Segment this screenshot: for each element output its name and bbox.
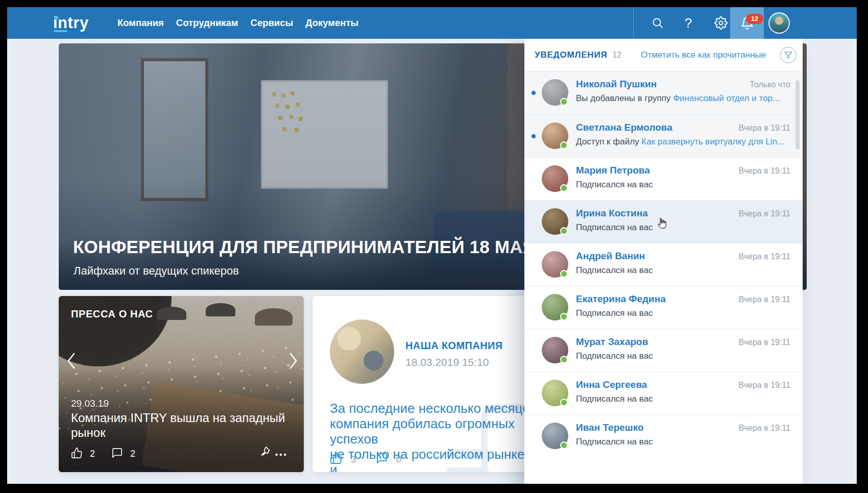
comment-count: 0 xyxy=(396,454,402,465)
notification-user-name[interactable]: Ирина Костина xyxy=(576,208,648,219)
notification-timestamp: Вчера в 19:11 xyxy=(739,166,790,176)
post-datetime: 18.03.2019 15:10 xyxy=(405,356,489,368)
unread-dot xyxy=(532,134,536,138)
comment-count: 2 xyxy=(130,449,135,459)
chevron-left-icon xyxy=(65,351,78,371)
brand-logo[interactable]: intry xyxy=(53,7,89,39)
online-status-dot xyxy=(560,270,568,278)
online-status-dot xyxy=(560,399,568,406)
carousel-next-button[interactable] xyxy=(286,351,300,371)
online-status-dot xyxy=(560,441,568,449)
notification-user-name[interactable]: Николай Пушкин xyxy=(576,79,657,90)
notification-text: Подписался на вас xyxy=(576,308,653,318)
notification-row[interactable]: Иван Терешко Подписался на вас Вчера в 1… xyxy=(524,414,803,457)
nav-item-employees[interactable]: Сотрудникам xyxy=(176,17,238,29)
notification-list: Николай Пушкин Вы добавлены в группу Фин… xyxy=(524,71,803,457)
carousel-prev-button[interactable] xyxy=(65,351,78,371)
notification-timestamp: Только что xyxy=(750,80,790,89)
app-viewport: КОНФЕРЕНЦИЯ ДЛЯ ПРЕДПРИНИМАТЕЛЕЙ 18 МАЯ … xyxy=(7,7,857,484)
gear-icon xyxy=(714,16,728,30)
notification-row[interactable]: Екатерина Федина Подписался на вас Вчера… xyxy=(524,286,803,329)
post-author-name[interactable]: НАША КОМПАНИЯ xyxy=(405,340,503,352)
online-status-dot xyxy=(560,227,568,235)
company-post-card: НАША КОМПАНИЯ 18.03.2019 15:10 За послед… xyxy=(312,296,560,472)
mark-all-read-link[interactable]: Отметить все как прочитанные xyxy=(641,50,766,60)
thumbs-up-icon xyxy=(71,447,83,459)
notification-text: Подписался на вас xyxy=(576,351,653,361)
notification-timestamp: Вчера в 19:11 xyxy=(739,124,790,133)
notification-row[interactable]: Мария Петрова Подписался на вас Вчера в … xyxy=(524,157,803,200)
notification-timestamp: Вчера в 19:11 xyxy=(739,424,790,433)
notification-user-name[interactable]: Мурат Захаров xyxy=(576,336,648,348)
notification-row[interactable]: Инна Сергеева Подписался на вас Вчера в … xyxy=(524,372,803,414)
help-button[interactable]: ? xyxy=(675,7,702,39)
notification-text: Подписался на вас xyxy=(576,437,653,447)
pin-button[interactable] xyxy=(259,446,271,460)
main-menu: Компания Сотрудникам Сервисы Документы xyxy=(117,7,358,39)
hero-subtitle: Лайфхаки от ведущих спикеров xyxy=(74,264,239,278)
comment-button[interactable] xyxy=(111,447,123,461)
notification-user-name[interactable]: Мария Петрова xyxy=(576,165,650,176)
nav-item-documents[interactable]: Документы xyxy=(305,17,358,29)
comment-icon xyxy=(376,452,388,464)
notification-text: Подписался на вас xyxy=(576,265,653,276)
notification-user-name[interactable]: Светлана Ермолова xyxy=(576,122,672,133)
notification-user-name[interactable]: Иван Терешко xyxy=(576,422,644,433)
top-navbar: intry Компания Сотрудникам Сервисы Докум… xyxy=(7,7,857,39)
notifications-title: УВЕДОМЛЕНИЯ xyxy=(535,50,607,60)
search-button[interactable] xyxy=(644,7,671,39)
question-mark-icon: ? xyxy=(685,15,692,31)
notification-text: Доступ к файлу Как развернуть виртуалку … xyxy=(576,137,784,147)
unread-dot xyxy=(532,91,536,95)
more-options-button[interactable]: ••• xyxy=(275,450,288,459)
notification-timestamp: Вчера в 19:11 xyxy=(739,209,790,218)
nav-item-company[interactable]: Компания xyxy=(117,17,164,29)
chevron-right-icon xyxy=(286,351,300,371)
notification-text: Подписался на вас xyxy=(576,180,653,190)
notifications-panel: УВЕДОМЛЕНИЯ 12 Отметить все как прочитан… xyxy=(524,39,803,484)
user-avatar[interactable] xyxy=(768,12,790,34)
notification-text: Вы добавлены в группу Финансовый отдел и… xyxy=(576,93,780,104)
notification-user-name[interactable]: Екатерина Федина xyxy=(576,293,666,305)
notification-timestamp: Вчера в 19:11 xyxy=(739,252,790,261)
notification-link[interactable]: Финансовый отдел и тор... xyxy=(673,93,780,103)
press-card[interactable]: ПРЕССА О НАС 29.03.19 Компания INTRY выш… xyxy=(59,296,304,472)
filter-icon xyxy=(784,51,792,59)
notification-badge: 12 xyxy=(746,14,763,24)
notification-text: Подписался на вас xyxy=(576,223,653,233)
notifications-header: УВЕДОМЛЕНИЯ 12 Отметить все как прочитан… xyxy=(524,39,803,71)
online-status-dot xyxy=(560,184,568,192)
hero-title: КОНФЕРЕНЦИЯ ДЛЯ ПРЕДПРИНИМАТЕЛЕЙ 18 МАЯ xyxy=(73,237,536,257)
online-status-dot xyxy=(560,356,568,363)
notification-user-name[interactable]: Андрей Ванин xyxy=(576,251,645,262)
notification-row[interactable]: Николай Пушкин Вы добавлены в группу Фин… xyxy=(524,71,803,114)
notification-timestamp: Вчера в 19:11 xyxy=(739,381,790,390)
pin-icon xyxy=(259,446,271,458)
notification-row[interactable]: Ирина Костина Подписался на вас Вчера в … xyxy=(524,200,803,243)
press-date: 29.03.19 xyxy=(71,398,109,409)
logo-accent-underline xyxy=(54,30,67,32)
online-status-dot xyxy=(560,313,568,321)
like-count: 2 xyxy=(90,449,95,459)
online-status-dot xyxy=(560,98,568,106)
notification-user-name[interactable]: Инна Сергеева xyxy=(576,379,647,390)
notification-row[interactable]: Мурат Захаров Подписался на вас Вчера в … xyxy=(524,329,803,372)
notification-link[interactable]: Как развернуть виртуалку для Lin... xyxy=(641,137,784,146)
notification-row[interactable]: Светлана Ермолова Доступ к файлу Как раз… xyxy=(524,114,803,157)
press-title[interactable]: Компания INTRY вышла на западный рынок xyxy=(71,410,291,440)
post-author-avatar[interactable] xyxy=(330,319,394,384)
filter-button[interactable] xyxy=(780,47,797,63)
notification-timestamp: Вчера в 19:11 xyxy=(739,338,790,347)
comment-button[interactable] xyxy=(376,452,388,466)
like-button[interactable] xyxy=(330,452,343,466)
notification-timestamp: Вчера в 19:11 xyxy=(739,295,790,304)
notification-row[interactable]: Андрей Ванин Подписался на вас Вчера в 1… xyxy=(524,243,803,286)
like-button[interactable] xyxy=(71,447,83,461)
nav-item-services[interactable]: Сервисы xyxy=(251,17,294,29)
navbar-divider xyxy=(633,7,634,39)
notification-text: Подписался на вас xyxy=(576,394,653,404)
search-icon xyxy=(652,17,664,29)
logo-accent-dot xyxy=(55,16,58,19)
panel-scrollbar-thumb[interactable] xyxy=(795,80,800,150)
like-count: 3 xyxy=(351,454,356,465)
